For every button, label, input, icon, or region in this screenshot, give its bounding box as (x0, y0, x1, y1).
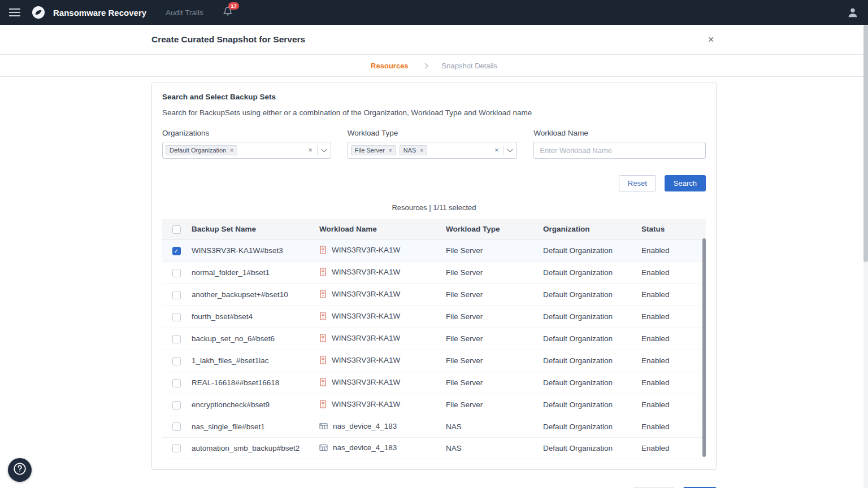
table-row[interactable]: encryptioncheck#bset9WINS3RV3R-KA1WFile … (162, 394, 706, 416)
organization: Default Organization (537, 350, 636, 372)
help-button[interactable] (8, 458, 32, 482)
column-workload-type: Workload Type (440, 219, 537, 239)
organizations-multiselect[interactable]: Default Organization × × (162, 142, 331, 159)
backup-set-name: nas_single_file#bset1 (186, 416, 314, 437)
row-select-checkbox[interactable]: ✓ (172, 247, 181, 255)
status: Enabled (636, 262, 706, 284)
organization: Default Organization (537, 416, 636, 437)
row-select-checkbox[interactable] (172, 357, 181, 365)
table-row[interactable]: backup_set_no_6#bset6WINS3RV3R-KA1WFile … (162, 328, 706, 350)
table-row[interactable]: ✓WINS3RV3R-KA1W#bset3WINS3RV3R-KA1WFile … (162, 239, 706, 262)
backup-set-name: automation_smb_backup#bset2 (186, 437, 314, 459)
resources-table: Backup Set Name Workload Name Workload T… (162, 219, 706, 459)
step-snapshot-details[interactable]: Snapshot Details (442, 62, 497, 70)
organization: Default Organization (537, 239, 636, 262)
backup-set-name: WINS3RV3R-KA1W#bset3 (186, 239, 314, 262)
help-question-icon (12, 461, 27, 478)
table-row[interactable]: nas_single_file#bset1nas_device_4_183NAS… (162, 416, 706, 437)
organization: Default Organization (537, 437, 636, 459)
nas-icon (319, 444, 328, 451)
workload-name: WINS3RV3R-KA1W (332, 378, 400, 386)
chevron-down-icon[interactable] (507, 147, 513, 152)
status: Enabled (636, 372, 706, 394)
table-row[interactable]: 1_lakh_files_#bset1lacWINS3RV3R-KA1WFile… (162, 350, 706, 372)
workload-name-input[interactable] (533, 142, 706, 159)
workload-type: File Server (440, 239, 537, 262)
status: Enabled (636, 394, 706, 416)
file-server-icon (319, 334, 327, 342)
file-server-icon (319, 268, 327, 276)
column-workload-name: Workload Name (314, 219, 440, 239)
row-select-checkbox[interactable] (172, 313, 181, 321)
row-select-checkbox[interactable] (172, 291, 181, 299)
table-row[interactable]: automation_smb_backup#bset2nas_device_4_… (162, 437, 706, 459)
row-select-checkbox[interactable] (172, 401, 181, 409)
file-server-icon (319, 378, 327, 386)
file-server-icon (319, 246, 327, 254)
resources-table-body: ✓WINS3RV3R-KA1W#bset3WINS3RV3R-KA1WFile … (162, 239, 706, 459)
table-scrollbar[interactable] (702, 238, 706, 457)
modal-header: Create Curated Snapshot for Servers ✕ (0, 25, 868, 55)
column-organization: Organization (537, 219, 636, 239)
workload-name: WINS3RV3R-KA1W (332, 268, 400, 276)
workload-name-label: Workload Name (533, 129, 706, 137)
organization: Default Organization (537, 328, 636, 350)
search-button[interactable]: Search (665, 175, 706, 191)
backup-set-name: normal_folder_1#bset1 (186, 262, 314, 284)
row-select-checkbox[interactable] (172, 335, 181, 343)
column-status: Status (636, 219, 706, 239)
table-row[interactable]: another_backupset+#bset10WINS3RV3R-KA1WF… (162, 284, 706, 306)
workload-name: WINS3RV3R-KA1W (332, 400, 400, 408)
reset-button[interactable]: Reset (619, 175, 656, 191)
workload-type-label: Workload Type (348, 129, 518, 137)
workload-name: nas_device_4_183 (333, 443, 397, 452)
workload-type: NAS (440, 437, 537, 459)
backup-set-name: REAL-16618##bset16618 (186, 372, 314, 394)
backup-set-name: backup_set_no_6#bset6 (186, 328, 314, 350)
chip-remove-icon[interactable]: × (389, 147, 392, 154)
hamburger-menu-icon[interactable] (9, 8, 20, 17)
row-select-checkbox[interactable] (172, 422, 181, 431)
chip-remove-icon[interactable]: × (420, 147, 423, 154)
wizard-stepper: Resources Snapshot Details (0, 55, 868, 77)
panel-heading: Search and Select Backup Sets (162, 93, 706, 101)
row-select-checkbox[interactable] (172, 379, 181, 387)
workload-type-chip: NAS × (400, 145, 427, 155)
row-select-checkbox[interactable] (172, 269, 181, 277)
workload-name: WINS3RV3R-KA1W (332, 246, 400, 254)
divider (503, 146, 504, 155)
row-select-checkbox[interactable] (172, 444, 181, 452)
clear-selection-icon[interactable]: × (309, 147, 313, 154)
notifications-button[interactable]: 17 (223, 6, 233, 19)
status: Enabled (636, 350, 706, 372)
workload-type: File Server (440, 262, 537, 284)
workload-type: NAS (440, 416, 537, 437)
workload-name: WINS3RV3R-KA1W (332, 356, 400, 364)
status: Enabled (636, 306, 706, 328)
file-server-icon (319, 356, 327, 364)
clear-selection-icon[interactable]: × (494, 147, 498, 154)
page-scrollbar[interactable] (863, 25, 868, 488)
step-resources[interactable]: Resources (371, 62, 408, 70)
chip-remove-icon[interactable]: × (230, 147, 233, 154)
chevron-down-icon[interactable] (321, 147, 327, 152)
backup-set-name: encryptioncheck#bset9 (186, 394, 314, 416)
user-avatar[interactable] (847, 6, 859, 19)
workload-type: File Server (440, 306, 537, 328)
workload-type-multiselect[interactable]: File Server × NAS × × (348, 142, 518, 159)
table-row[interactable]: normal_folder_1#bset1WINS3RV3R-KA1WFile … (162, 262, 706, 284)
app-logo (32, 6, 45, 19)
table-row[interactable]: fourth_bset#bset4WINS3RV3R-KA1WFile Serv… (162, 306, 706, 328)
divider (317, 146, 318, 155)
workload-type: File Server (440, 394, 537, 416)
select-all-checkbox[interactable] (172, 225, 181, 234)
close-icon[interactable]: ✕ (705, 33, 717, 46)
workload-type: File Server (440, 372, 537, 394)
workload-name: WINS3RV3R-KA1W (332, 290, 400, 298)
status: Enabled (636, 284, 706, 306)
status: Enabled (636, 328, 706, 350)
nav-item-audit-trails[interactable]: Audit Trails (166, 8, 203, 17)
table-row[interactable]: REAL-16618##bset16618WINS3RV3R-KA1WFile … (162, 372, 706, 394)
workload-name: WINS3RV3R-KA1W (332, 312, 400, 320)
organization: Default Organization (537, 372, 636, 394)
